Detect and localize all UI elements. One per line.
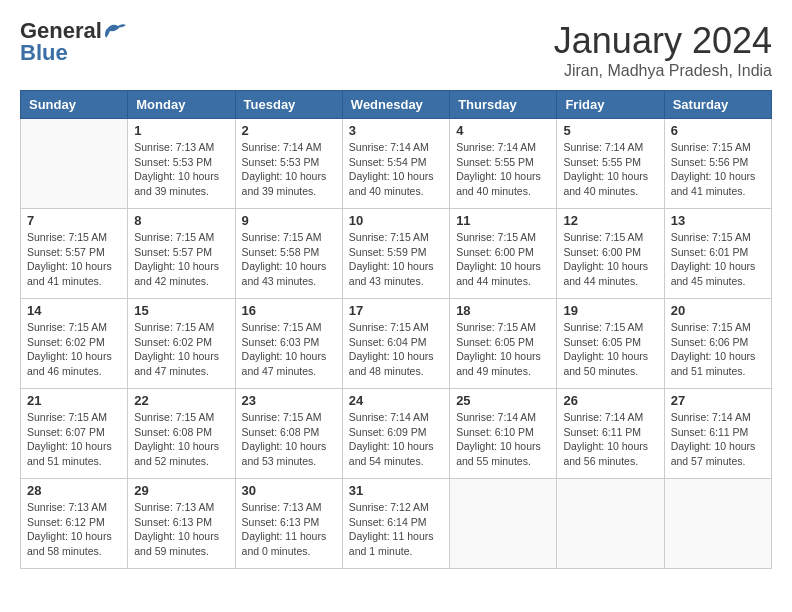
calendar-cell: 31Sunrise: 7:12 AM Sunset: 6:14 PM Dayli…: [342, 479, 449, 569]
day-detail: Sunrise: 7:14 AM Sunset: 5:55 PM Dayligh…: [456, 140, 550, 199]
calendar-week-1: 1Sunrise: 7:13 AM Sunset: 5:53 PM Daylig…: [21, 119, 772, 209]
logo-general-text: General: [20, 20, 102, 42]
day-number: 26: [563, 393, 657, 408]
day-detail: Sunrise: 7:14 AM Sunset: 6:09 PM Dayligh…: [349, 410, 443, 469]
calendar-cell: 29Sunrise: 7:13 AM Sunset: 6:13 PM Dayli…: [128, 479, 235, 569]
day-number: 18: [456, 303, 550, 318]
day-detail: Sunrise: 7:15 AM Sunset: 6:08 PM Dayligh…: [134, 410, 228, 469]
calendar-cell: 5Sunrise: 7:14 AM Sunset: 5:55 PM Daylig…: [557, 119, 664, 209]
calendar-cell: 13Sunrise: 7:15 AM Sunset: 6:01 PM Dayli…: [664, 209, 771, 299]
calendar-cell: [557, 479, 664, 569]
day-number: 8: [134, 213, 228, 228]
day-detail: Sunrise: 7:15 AM Sunset: 6:02 PM Dayligh…: [27, 320, 121, 379]
calendar-cell: 19Sunrise: 7:15 AM Sunset: 6:05 PM Dayli…: [557, 299, 664, 389]
day-number: 17: [349, 303, 443, 318]
calendar-cell: 1Sunrise: 7:13 AM Sunset: 5:53 PM Daylig…: [128, 119, 235, 209]
location-text: Jiran, Madhya Pradesh, India: [554, 62, 772, 80]
header-tuesday: Tuesday: [235, 91, 342, 119]
day-detail: Sunrise: 7:15 AM Sunset: 6:00 PM Dayligh…: [563, 230, 657, 289]
calendar-cell: 14Sunrise: 7:15 AM Sunset: 6:02 PM Dayli…: [21, 299, 128, 389]
day-detail: Sunrise: 7:15 AM Sunset: 6:02 PM Dayligh…: [134, 320, 228, 379]
logo-bird-icon: [104, 22, 126, 40]
calendar-cell: 30Sunrise: 7:13 AM Sunset: 6:13 PM Dayli…: [235, 479, 342, 569]
day-number: 28: [27, 483, 121, 498]
day-detail: Sunrise: 7:15 AM Sunset: 6:01 PM Dayligh…: [671, 230, 765, 289]
calendar-cell: 9Sunrise: 7:15 AM Sunset: 5:58 PM Daylig…: [235, 209, 342, 299]
day-number: 16: [242, 303, 336, 318]
day-number: 4: [456, 123, 550, 138]
header-row: Sunday Monday Tuesday Wednesday Thursday…: [21, 91, 772, 119]
calendar-cell: 27Sunrise: 7:14 AM Sunset: 6:11 PM Dayli…: [664, 389, 771, 479]
calendar-week-3: 14Sunrise: 7:15 AM Sunset: 6:02 PM Dayli…: [21, 299, 772, 389]
day-detail: Sunrise: 7:15 AM Sunset: 5:57 PM Dayligh…: [134, 230, 228, 289]
day-number: 15: [134, 303, 228, 318]
day-detail: Sunrise: 7:15 AM Sunset: 5:59 PM Dayligh…: [349, 230, 443, 289]
day-detail: Sunrise: 7:15 AM Sunset: 5:57 PM Dayligh…: [27, 230, 121, 289]
day-number: 27: [671, 393, 765, 408]
day-detail: Sunrise: 7:15 AM Sunset: 6:05 PM Dayligh…: [456, 320, 550, 379]
calendar-cell: 10Sunrise: 7:15 AM Sunset: 5:59 PM Dayli…: [342, 209, 449, 299]
calendar-cell: 20Sunrise: 7:15 AM Sunset: 6:06 PM Dayli…: [664, 299, 771, 389]
day-detail: Sunrise: 7:15 AM Sunset: 6:07 PM Dayligh…: [27, 410, 121, 469]
calendar-cell: [450, 479, 557, 569]
day-detail: Sunrise: 7:15 AM Sunset: 6:04 PM Dayligh…: [349, 320, 443, 379]
calendar-body: 1Sunrise: 7:13 AM Sunset: 5:53 PM Daylig…: [21, 119, 772, 569]
day-number: 30: [242, 483, 336, 498]
day-number: 23: [242, 393, 336, 408]
day-detail: Sunrise: 7:15 AM Sunset: 6:03 PM Dayligh…: [242, 320, 336, 379]
day-number: 10: [349, 213, 443, 228]
day-detail: Sunrise: 7:14 AM Sunset: 6:11 PM Dayligh…: [563, 410, 657, 469]
calendar-week-4: 21Sunrise: 7:15 AM Sunset: 6:07 PM Dayli…: [21, 389, 772, 479]
calendar-cell: [664, 479, 771, 569]
day-detail: Sunrise: 7:15 AM Sunset: 6:08 PM Dayligh…: [242, 410, 336, 469]
day-detail: Sunrise: 7:15 AM Sunset: 6:06 PM Dayligh…: [671, 320, 765, 379]
day-detail: Sunrise: 7:13 AM Sunset: 6:13 PM Dayligh…: [242, 500, 336, 559]
day-number: 14: [27, 303, 121, 318]
calendar-cell: 21Sunrise: 7:15 AM Sunset: 6:07 PM Dayli…: [21, 389, 128, 479]
calendar-cell: 24Sunrise: 7:14 AM Sunset: 6:09 PM Dayli…: [342, 389, 449, 479]
day-detail: Sunrise: 7:13 AM Sunset: 6:13 PM Dayligh…: [134, 500, 228, 559]
day-detail: Sunrise: 7:15 AM Sunset: 6:00 PM Dayligh…: [456, 230, 550, 289]
day-number: 12: [563, 213, 657, 228]
day-number: 24: [349, 393, 443, 408]
calendar-cell: 16Sunrise: 7:15 AM Sunset: 6:03 PM Dayli…: [235, 299, 342, 389]
month-title: January 2024: [554, 20, 772, 62]
day-detail: Sunrise: 7:15 AM Sunset: 6:05 PM Dayligh…: [563, 320, 657, 379]
calendar-cell: 15Sunrise: 7:15 AM Sunset: 6:02 PM Dayli…: [128, 299, 235, 389]
calendar-cell: 26Sunrise: 7:14 AM Sunset: 6:11 PM Dayli…: [557, 389, 664, 479]
day-detail: Sunrise: 7:15 AM Sunset: 5:56 PM Dayligh…: [671, 140, 765, 199]
calendar-header: Sunday Monday Tuesday Wednesday Thursday…: [21, 91, 772, 119]
day-detail: Sunrise: 7:13 AM Sunset: 5:53 PM Dayligh…: [134, 140, 228, 199]
day-number: 9: [242, 213, 336, 228]
day-number: 6: [671, 123, 765, 138]
day-number: 21: [27, 393, 121, 408]
day-detail: Sunrise: 7:14 AM Sunset: 6:11 PM Dayligh…: [671, 410, 765, 469]
day-number: 1: [134, 123, 228, 138]
header-friday: Friday: [557, 91, 664, 119]
day-number: 13: [671, 213, 765, 228]
day-number: 2: [242, 123, 336, 138]
calendar-week-5: 28Sunrise: 7:13 AM Sunset: 6:12 PM Dayli…: [21, 479, 772, 569]
calendar-cell: 8Sunrise: 7:15 AM Sunset: 5:57 PM Daylig…: [128, 209, 235, 299]
day-detail: Sunrise: 7:12 AM Sunset: 6:14 PM Dayligh…: [349, 500, 443, 559]
day-number: 31: [349, 483, 443, 498]
calendar-cell: 12Sunrise: 7:15 AM Sunset: 6:00 PM Dayli…: [557, 209, 664, 299]
day-detail: Sunrise: 7:13 AM Sunset: 6:12 PM Dayligh…: [27, 500, 121, 559]
calendar-cell: 4Sunrise: 7:14 AM Sunset: 5:55 PM Daylig…: [450, 119, 557, 209]
day-detail: Sunrise: 7:14 AM Sunset: 6:10 PM Dayligh…: [456, 410, 550, 469]
calendar-cell: 2Sunrise: 7:14 AM Sunset: 5:53 PM Daylig…: [235, 119, 342, 209]
calendar-cell: 7Sunrise: 7:15 AM Sunset: 5:57 PM Daylig…: [21, 209, 128, 299]
day-detail: Sunrise: 7:15 AM Sunset: 5:58 PM Dayligh…: [242, 230, 336, 289]
day-number: 25: [456, 393, 550, 408]
calendar-week-2: 7Sunrise: 7:15 AM Sunset: 5:57 PM Daylig…: [21, 209, 772, 299]
day-number: 20: [671, 303, 765, 318]
calendar-cell: 6Sunrise: 7:15 AM Sunset: 5:56 PM Daylig…: [664, 119, 771, 209]
day-number: 5: [563, 123, 657, 138]
calendar-cell: 23Sunrise: 7:15 AM Sunset: 6:08 PM Dayli…: [235, 389, 342, 479]
day-number: 22: [134, 393, 228, 408]
day-number: 7: [27, 213, 121, 228]
header-sunday: Sunday: [21, 91, 128, 119]
day-detail: Sunrise: 7:14 AM Sunset: 5:53 PM Dayligh…: [242, 140, 336, 199]
header-saturday: Saturday: [664, 91, 771, 119]
day-number: 3: [349, 123, 443, 138]
